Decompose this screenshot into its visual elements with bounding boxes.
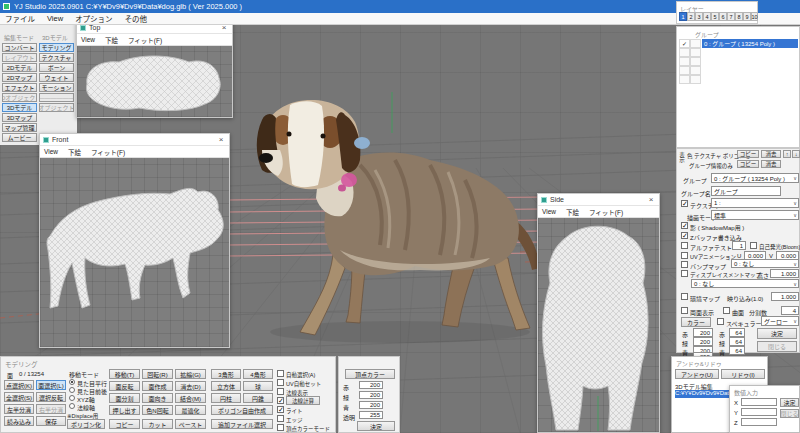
spec-red-input[interactable]: 64 [729, 328, 745, 337]
side-view-titlebar[interactable]: Side × [538, 194, 659, 206]
color-button[interactable]: カラー [681, 317, 711, 327]
delete-button[interactable]: 消去(D) [175, 381, 206, 391]
flip-face-button[interactable]: 面反転 [109, 381, 140, 391]
cone-button[interactable]: 円錐 [243, 393, 273, 403]
undo-button[interactable]: アンドゥ(U) [675, 369, 719, 379]
move-mode-radio-0[interactable] [69, 379, 75, 385]
cube-button[interactable]: 立方体 [211, 381, 241, 391]
copy1-button[interactable]: コピー [737, 150, 759, 158]
view-menu-item[interactable]: View [542, 208, 556, 215]
underlay-menu-item[interactable]: 下絵 [68, 147, 81, 157]
uv-anim-checkbox[interactable] [681, 252, 688, 259]
surface-checkbox[interactable] [723, 307, 730, 314]
uv-auto-label[interactable]: UV自動セット [286, 380, 321, 388]
front-view-titlebar[interactable]: Front × [40, 134, 229, 146]
group-cell[interactable] [690, 66, 701, 75]
mode-movie[interactable]: ムービー [2, 133, 37, 142]
save-button[interactable]: 保存 [36, 416, 66, 426]
red-input[interactable]: 200 [693, 328, 713, 337]
light-checkbox[interactable] [277, 406, 284, 413]
normal-display-checkbox[interactable] [277, 388, 284, 395]
menu-others[interactable]: その他 [125, 13, 148, 24]
fit-menu-item[interactable]: フィット(F) [91, 147, 125, 157]
layer-4[interactable]: 4 [703, 12, 711, 21]
vertex-color-mode-label[interactable]: 頂点カラーモード [286, 425, 330, 433]
move-mode-radio-2[interactable] [69, 395, 75, 401]
face-orientation-button[interactable]: 面向き [142, 393, 173, 403]
fit-menu-item[interactable]: フィット(F) [589, 207, 623, 217]
twoside-checkbox[interactable] [681, 307, 688, 314]
layer-9[interactable]: 9 [743, 12, 751, 21]
vc-green-input[interactable]: 200 [359, 391, 383, 399]
layer-2[interactable]: 2 [687, 12, 695, 21]
specular-checkbox[interactable] [717, 318, 724, 325]
move-button[interactable]: 移動(T) [109, 369, 140, 379]
normal-calc-checkbox[interactable] [277, 397, 284, 404]
alphatest-checkbox[interactable] [681, 242, 688, 249]
layer-10[interactable]: 10 [751, 12, 758, 21]
split-face-button[interactable]: 面分割 [109, 393, 140, 403]
copy2-button[interactable]: コピー [737, 160, 759, 168]
invert-selection-button[interactable]: 選択反転 [36, 392, 66, 402]
paste-button[interactable]: ペースト [175, 419, 206, 429]
front-view-canvas[interactable] [40, 158, 229, 347]
apply-button[interactable]: 決定 [757, 328, 797, 339]
green-input[interactable]: 200 [693, 337, 713, 346]
vertex-color-mode-checkbox[interactable] [277, 424, 284, 431]
erase-left-half-button[interactable]: 左半分消 [4, 404, 34, 414]
close-icon[interactable]: × [646, 195, 656, 204]
create-face-button[interactable]: 面作成 [142, 381, 173, 391]
normal-calc-label[interactable]: 法線計算 [286, 396, 320, 405]
reflect-input[interactable]: 1.000 [771, 292, 799, 301]
vc-blue-input[interactable]: 200 [359, 401, 383, 409]
group-cell[interactable] [679, 57, 690, 66]
x-input[interactable] [741, 398, 777, 406]
envmap-checkbox[interactable] [681, 293, 688, 300]
vc-apply-button[interactable]: 決定 [357, 421, 395, 431]
clear1-button[interactable]: 消去 [761, 150, 781, 158]
underlay-menu-item[interactable]: 下絵 [566, 207, 579, 217]
clear2-button[interactable]: 消去 [761, 160, 781, 168]
group-lock-cell[interactable] [690, 39, 701, 48]
menu-file[interactable]: ファイル [5, 13, 35, 24]
zbuffer-checkbox[interactable] [681, 232, 688, 239]
add-file-button[interactable]: 追加ファイル選択 [211, 419, 273, 429]
cylinder-button[interactable]: 円柱 [211, 393, 241, 403]
move-mode-option-3[interactable]: 法線軸 [77, 403, 95, 412]
vertex-color-button[interactable]: 頂点カラー [345, 369, 395, 379]
group-list-item-selected[interactable]: 0 : グループ ( 13254 Poly ) [702, 39, 798, 48]
merge-button[interactable]: 結合(M) [175, 393, 206, 403]
sphere-button[interactable]: 球 [243, 381, 273, 391]
vc-red-input[interactable]: 200 [359, 381, 383, 389]
select-all-button[interactable]: 全選択(S) [4, 392, 34, 402]
sub-texture[interactable]: テクスチャ [39, 53, 74, 62]
group-visible-checkbox[interactable]: ✓ [679, 39, 690, 48]
menu-view[interactable]: View [47, 14, 63, 23]
group-cell[interactable] [690, 48, 701, 57]
vc-opacity-input[interactable]: 255 [359, 411, 383, 419]
mode-3dmap[interactable]: 3Dマップ [2, 113, 37, 122]
mode-effect[interactable]: エフェクト [2, 83, 37, 92]
load-button[interactable]: 読み込み [4, 416, 34, 426]
shading-select[interactable]: グーロー [761, 316, 799, 326]
auto-select-checkbox[interactable] [277, 370, 284, 377]
group-cell[interactable] [679, 48, 690, 57]
uv-auto-checkbox[interactable] [277, 379, 284, 386]
cut-button[interactable]: カット [142, 419, 173, 429]
displacement-checkbox[interactable] [681, 270, 688, 277]
view-menu-item[interactable]: View [81, 36, 95, 43]
drawmode-select[interactable]: 標準 [711, 210, 799, 220]
move-down-icon[interactable]: ↓ [792, 150, 800, 158]
layer-6[interactable]: 6 [719, 12, 727, 21]
close-icon[interactable]: × [216, 135, 226, 144]
layer-1[interactable]: 1 [679, 12, 687, 21]
divisions-input[interactable]: 4 [781, 306, 799, 315]
side-view-canvas[interactable] [538, 218, 659, 432]
z-input[interactable] [741, 418, 777, 426]
light-label[interactable]: ライト [286, 407, 303, 415]
bumpmap-checkbox[interactable] [681, 261, 688, 268]
face-select-button[interactable]: 面選択(L) [36, 380, 66, 390]
move-up-icon[interactable]: ↑ [783, 150, 791, 158]
layer-3[interactable]: 3 [695, 12, 703, 21]
spec-blue-input[interactable]: 64 [729, 346, 745, 355]
